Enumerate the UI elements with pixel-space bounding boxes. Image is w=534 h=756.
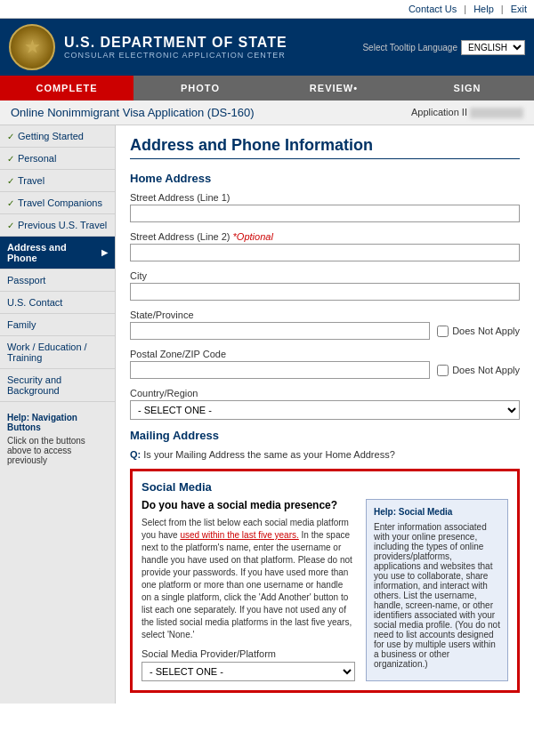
sidebar: ✓ Getting Started ✓ Personal ✓ Travel ✓ …: [0, 125, 116, 704]
check-icon: ✓: [7, 154, 14, 164]
social-media-left: Do you have a social media presence? Sel…: [142, 499, 355, 681]
main-layout: ✓ Getting Started ✓ Personal ✓ Travel ✓ …: [0, 125, 534, 704]
state-does-not-apply-label: Does Not Apply: [437, 326, 520, 337]
help-link[interactable]: Help: [473, 4, 494, 14]
language-select[interactable]: ENGLISH: [461, 40, 525, 55]
country-label: Country/Region: [130, 388, 520, 398]
state-input[interactable]: [130, 322, 430, 340]
social-media-title: Social Media: [142, 480, 508, 494]
check-icon: ✓: [7, 198, 14, 208]
state-label: State/Province: [130, 310, 520, 320]
city-input[interactable]: [130, 283, 520, 301]
sidebar-help: Help: Navigation Buttons Click on the bu…: [0, 406, 115, 472]
social-provider-select[interactable]: - SELECT ONE -: [142, 662, 355, 681]
check-icon: ✓: [7, 176, 14, 186]
sidebar-item-passport[interactable]: Passport: [0, 269, 115, 292]
progress-bar: COMPLETE PHOTO REVIEW SIGN: [0, 76, 534, 101]
top-bar: Contact Us | Help | Exit: [0, 0, 534, 19]
postal-field-group: Postal Zone/ZIP Code Does Not Apply: [130, 349, 520, 379]
postal-does-not-apply-label: Does Not Apply: [437, 365, 520, 376]
mailing-address-section: Mailing Address Q: Is your Mailing Addre…: [130, 429, 520, 460]
sidebar-item-address-phone[interactable]: Address and Phone ▶: [0, 237, 115, 269]
progress-review[interactable]: REVIEW: [267, 76, 400, 101]
social-media-question: Do you have a social media presence?: [142, 499, 355, 511]
header: ★ U.S. DEPARTMENT OF STATE CONSULAR ELEC…: [0, 19, 534, 76]
sidebar-item-getting-started[interactable]: ✓ Getting Started: [0, 125, 115, 148]
postal-label: Postal Zone/ZIP Code: [130, 349, 520, 359]
social-media-help: Help: Social Media Enter information ass…: [366, 499, 508, 681]
street1-input[interactable]: [130, 205, 520, 222]
sidebar-item-security-background[interactable]: Security and Background: [0, 369, 115, 402]
app-id: Application II: [411, 107, 523, 118]
state-does-not-apply-checkbox[interactable]: [437, 326, 449, 337]
sidebar-item-family[interactable]: Family: [0, 314, 115, 336]
street2-label: Street Address (Line 2) *Optional: [130, 231, 520, 242]
mailing-question: Q: Is your Mailing Address the same as y…: [130, 449, 520, 460]
exit-link[interactable]: Exit: [511, 4, 527, 14]
country-select[interactable]: - SELECT ONE -: [130, 400, 520, 420]
postal-input[interactable]: [130, 361, 430, 379]
social-media-description: Select from the list below each social m…: [142, 517, 355, 641]
street2-input[interactable]: [130, 244, 520, 261]
progress-sign[interactable]: SIGN: [400, 76, 534, 101]
page-title: Address and Phone Information: [130, 136, 520, 159]
language-selector-group: Select Tooltip Language ENGLISH: [362, 40, 525, 55]
street1-label: Street Address (Line 1): [130, 192, 520, 203]
city-label: City: [130, 270, 520, 281]
sidebar-item-us-contact[interactable]: U.S. Contact: [0, 292, 115, 314]
app-id-value: [470, 108, 523, 118]
sidebar-item-travel-companions[interactable]: ✓ Travel Companions: [0, 192, 115, 214]
sidebar-item-travel[interactable]: ✓ Travel: [0, 170, 115, 192]
department-name: U.S. DEPARTMENT OF STATE: [64, 35, 287, 51]
social-media-section: Social Media Do you have a social media …: [130, 469, 520, 693]
street1-field-group: Street Address (Line 1): [130, 192, 520, 222]
state-field-group: State/Province Does Not Apply: [130, 310, 520, 340]
social-media-help-text: Enter information associated with your o…: [374, 522, 500, 669]
contact-us-link[interactable]: Contact Us: [409, 4, 457, 14]
app-title-bar: Online Nonimmigrant Visa Application (DS…: [0, 101, 534, 125]
home-address-title: Home Address: [130, 172, 520, 185]
street2-field-group: Street Address (Line 2) *Optional: [130, 231, 520, 261]
social-provider-label: Social Media Provider/Platform: [142, 648, 355, 659]
department-sub-name: CONSULAR ELECTRONIC APPLICATION CENTER: [64, 51, 287, 60]
social-media-link[interactable]: used within the last five years.: [180, 530, 298, 540]
content-area: Address and Phone Information Home Addre…: [116, 125, 534, 704]
app-title: Online Nonimmigrant Visa Application (DS…: [11, 106, 255, 119]
sidebar-item-work-education[interactable]: Work / Education / Training: [0, 336, 115, 369]
check-icon: ✓: [7, 132, 14, 141]
sidebar-item-personal[interactable]: ✓ Personal: [0, 148, 115, 170]
department-seal: ★: [9, 24, 55, 70]
postal-does-not-apply-checkbox[interactable]: [437, 365, 449, 376]
progress-photo[interactable]: PHOTO: [134, 76, 267, 101]
social-provider-section: Social Media Provider/Platform - SELECT …: [142, 648, 355, 681]
social-media-help-title: Help: Social Media: [374, 507, 500, 517]
mailing-title: Mailing Address: [130, 429, 520, 442]
sidebar-item-previous-us-travel[interactable]: ✓ Previous U.S. Travel: [0, 214, 115, 237]
country-field-group: Country/Region - SELECT ONE -: [130, 388, 520, 420]
progress-complete[interactable]: COMPLETE: [0, 76, 134, 101]
city-field-group: City: [130, 270, 520, 301]
language-label: Select Tooltip Language: [362, 43, 457, 52]
arrow-icon: ▶: [101, 248, 108, 257]
check-icon: ✓: [7, 221, 14, 230]
